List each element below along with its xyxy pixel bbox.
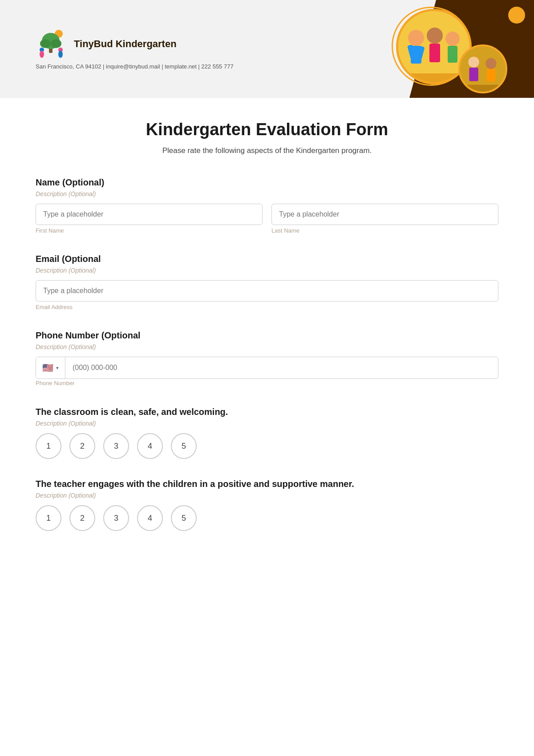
section-email-label: Email (Optional (36, 254, 498, 264)
email-input[interactable] (36, 280, 498, 302)
svg-point-22 (485, 58, 496, 69)
section-teacher: The teacher engages with the children in… (36, 479, 498, 531)
section-email-desc: Description (Optional) (36, 267, 498, 274)
svg-point-8 (58, 51, 63, 58)
svg-rect-17 (448, 46, 457, 63)
first-name-group: First Name (36, 204, 263, 234)
school-name: TinyBud Kindergarten (74, 38, 177, 50)
rating-4[interactable]: 4 (137, 433, 163, 459)
teacher-rating-1[interactable]: 1 (36, 505, 61, 531)
rating-2[interactable]: 2 (69, 433, 95, 459)
logo-icon (36, 28, 67, 60)
section-teacher-label: The teacher engages with the children in… (36, 479, 498, 489)
phone-input-row: 🇺🇸 ▾ (36, 357, 498, 379)
teacher-rating-row: 1 2 3 4 5 (36, 505, 498, 531)
section-phone: Phone Number (Optional Description (Opti… (36, 330, 498, 387)
section-name: Name (Optional) Description (Optional) F… (36, 177, 498, 234)
last-name-sublabel: Last Name (271, 227, 498, 234)
svg-point-16 (445, 32, 460, 46)
svg-point-10 (408, 30, 424, 46)
circle-small (458, 44, 507, 93)
teacher-rating-2[interactable]: 2 (69, 505, 95, 531)
kids-illustration-2 (460, 46, 506, 92)
teacher-rating-5[interactable]: 5 (171, 505, 197, 531)
last-name-group: Last Name (271, 204, 498, 234)
email-group: Email Address (36, 280, 498, 310)
teacher-rating-4[interactable]: 4 (137, 505, 163, 531)
header: TinyBud Kindergarten San Francisco, CA 9… (0, 0, 534, 98)
svg-point-14 (427, 28, 443, 44)
header-left: TinyBud Kindergarten San Francisco, CA 9… (0, 15, 383, 83)
section-classroom-label: The classroom is clean, safe, and welcom… (36, 407, 498, 417)
logo-area: TinyBud Kindergarten (36, 28, 347, 60)
svg-point-20 (468, 56, 479, 67)
section-phone-desc: Description (Optional) (36, 343, 498, 350)
svg-rect-21 (469, 68, 478, 81)
section-email: Email (Optional Description (Optional) E… (36, 254, 498, 310)
rating-3[interactable]: 3 (103, 433, 129, 459)
svg-point-4 (51, 39, 61, 48)
chevron-down-icon: ▾ (56, 365, 59, 371)
page: TinyBud Kindergarten San Francisco, CA 9… (0, 0, 534, 756)
last-name-input[interactable] (271, 204, 498, 225)
svg-rect-23 (486, 69, 495, 82)
header-orange-accent (508, 7, 525, 24)
form-title: Kindergarten Evaluation Form (36, 120, 498, 139)
section-classroom-desc: Description (Optional) (36, 420, 498, 427)
flag-icon: 🇺🇸 (42, 362, 53, 373)
first-name-input[interactable] (36, 204, 263, 225)
phone-input[interactable] (65, 358, 498, 377)
rating-5[interactable]: 5 (171, 433, 197, 459)
header-right (383, 0, 534, 98)
svg-point-3 (40, 39, 51, 48)
section-teacher-desc: Description (Optional) (36, 492, 498, 499)
name-input-row: First Name Last Name (36, 204, 498, 234)
section-name-label: Name (Optional) (36, 177, 498, 188)
phone-sublabel: Phone Number (36, 380, 74, 386)
section-phone-label: Phone Number (Optional (36, 330, 498, 341)
classroom-rating-row: 1 2 3 4 5 (36, 433, 498, 459)
email-sublabel: Email Address (36, 304, 498, 310)
form-subtitle: Please rate the following aspects of the… (36, 146, 498, 155)
first-name-sublabel: First Name (36, 227, 263, 234)
rating-1[interactable]: 1 (36, 433, 61, 459)
section-name-desc: Description (Optional) (36, 190, 498, 197)
school-name-label: TinyBud Kindergarten (74, 38, 177, 50)
teacher-rating-3[interactable]: 3 (103, 505, 129, 531)
form-content: Kindergarten Evaluation Form Please rate… (0, 98, 534, 573)
photo-circles (392, 4, 507, 98)
phone-flag-selector[interactable]: 🇺🇸 ▾ (36, 357, 65, 378)
section-classroom: The classroom is clean, safe, and welcom… (36, 407, 498, 459)
school-contact: San Francisco, CA 94102 | inquire@tinybu… (36, 63, 347, 70)
svg-rect-24 (460, 85, 506, 92)
svg-rect-15 (429, 44, 440, 62)
svg-point-6 (40, 51, 44, 58)
